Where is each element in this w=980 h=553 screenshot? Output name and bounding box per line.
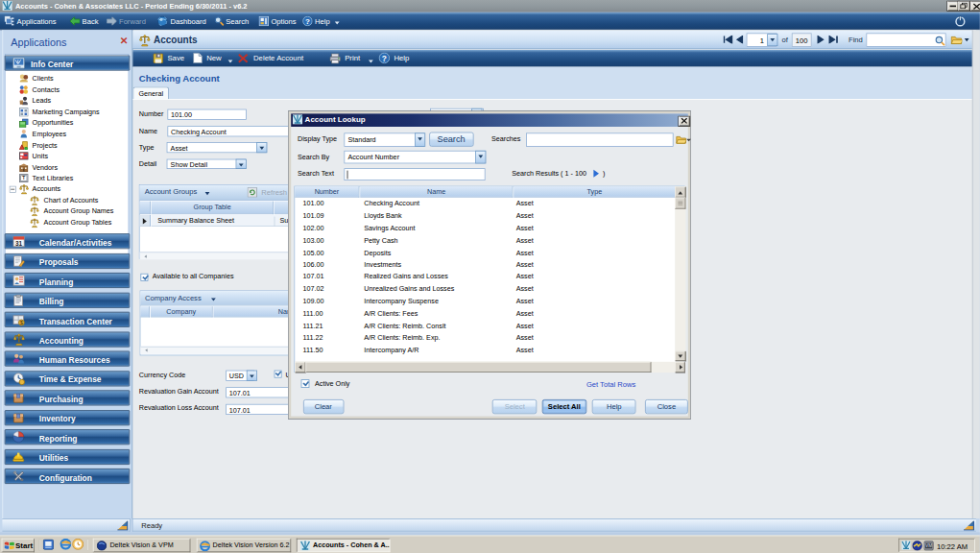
svg-text:$: $ — [20, 320, 23, 325]
svg-text:?: ? — [305, 17, 310, 26]
svg-text:VM: VM — [925, 543, 932, 548]
svg-text:T: T — [22, 176, 25, 180]
svg-text:?: ? — [382, 54, 387, 63]
svg-text:31: 31 — [15, 240, 23, 247]
